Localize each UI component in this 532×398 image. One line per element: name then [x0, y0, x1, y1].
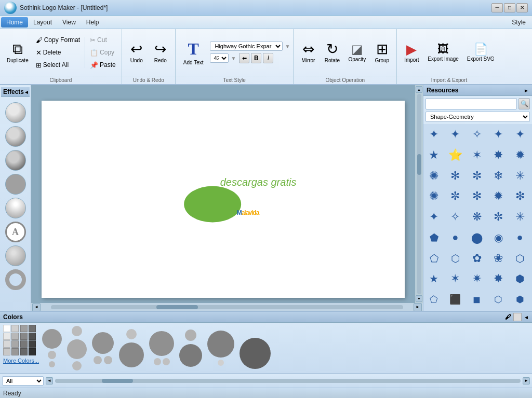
shape-star7-4[interactable]: ✸ — [489, 269, 508, 288]
menu-help[interactable]: Help — [81, 17, 104, 28]
canvas-viewport[interactable]: descargas gratis Malavida — [31, 85, 415, 303]
shape-penta3[interactable]: ⬠ — [424, 290, 443, 309]
shape-star5-5[interactable]: ✹ — [511, 146, 529, 164]
undo-button[interactable]: ↩ Undo — [125, 34, 148, 71]
color-swatch[interactable] — [20, 348, 28, 355]
color-swatch[interactable] — [29, 340, 36, 348]
resources-search-input[interactable] — [425, 98, 517, 109]
shape-gear2[interactable]: ✻ — [446, 167, 464, 185]
shape-circle2[interactable]: ⬤ — [468, 228, 486, 247]
menu-home[interactable]: Home — [1, 17, 28, 28]
opacity-button[interactable]: ◪ Opacity — [344, 34, 369, 71]
h-scroll-thumb[interactable] — [156, 305, 198, 309]
export-image-button[interactable]: 🖼 Export Image — [424, 34, 462, 71]
italic-button[interactable]: I — [263, 53, 273, 63]
shape-spiky3[interactable]: ❋ — [468, 208, 486, 226]
color-swatch[interactable] — [29, 348, 36, 355]
font-size-select[interactable]: 42 — [210, 53, 229, 63]
dot-4-b[interactable] — [119, 342, 144, 367]
shape-sun4[interactable]: ✹ — [489, 187, 508, 205]
shape-hex2[interactable]: ⬢ — [511, 269, 529, 288]
effect-light[interactable] — [5, 198, 26, 218]
shape-gear1[interactable]: ✺ — [424, 167, 443, 185]
import-button[interactable]: ▶ Import — [400, 34, 423, 71]
copy-button[interactable]: 📋 Copy — [87, 47, 118, 58]
shape-star7-1[interactable]: ★ — [424, 269, 443, 288]
shape-gear3[interactable]: ✼ — [468, 167, 486, 185]
horizontal-scrollbar[interactable]: ◄ ► — [31, 303, 423, 311]
effect-ring[interactable] — [5, 269, 26, 290]
dot-7-large[interactable] — [207, 331, 234, 358]
shape-star5-3[interactable]: ✶ — [468, 146, 486, 164]
duplicate-button[interactable]: ⧉ Duplicate — [3, 34, 32, 71]
color-scroll-thumb[interactable] — [102, 379, 133, 383]
effect-flat[interactable] — [5, 174, 26, 195]
color-swatch[interactable] — [3, 333, 10, 340]
scroll-right-button[interactable]: ► — [414, 303, 422, 311]
shape-star7-2[interactable]: ✶ — [446, 269, 464, 288]
shape-hex3[interactable]: ⬡ — [489, 290, 508, 309]
shape-star6-4[interactable]: ✦ — [489, 125, 508, 144]
bold-button[interactable]: B — [251, 53, 261, 63]
resources-collapse-button[interactable]: ► — [524, 88, 529, 93]
effect-circle[interactable] — [5, 126, 26, 147]
scroll-left-button[interactable]: ◄ — [32, 303, 41, 311]
cut-button[interactable]: ✂ Cut — [87, 35, 118, 46]
mirror-button[interactable]: ⇔ Mirror — [297, 34, 320, 71]
add-text-button[interactable]: T Add Text — [179, 34, 208, 71]
select-all-button[interactable]: ⊞ Select All — [33, 60, 83, 71]
color-swatch-button[interactable] — [513, 313, 522, 321]
shape-sun3[interactable]: ✻ — [468, 187, 486, 205]
effect-shadow[interactable] — [5, 102, 26, 123]
paste-button[interactable]: 📌 Paste — [87, 60, 118, 71]
shape-circle4[interactable]: ● — [511, 228, 529, 247]
dot-1-tiny[interactable] — [49, 361, 55, 367]
shape-spiky5[interactable]: ✳ — [511, 208, 529, 226]
resources-search-button[interactable]: 🔍 — [518, 98, 530, 109]
shape-star5-1[interactable]: ★ — [424, 146, 443, 164]
color-scroll-right-button[interactable]: ► — [523, 377, 530, 385]
scroll-down-button[interactable]: ▼ — [416, 295, 422, 302]
more-colors-link[interactable]: More Colors... — [3, 358, 39, 364]
dot-5-a[interactable] — [154, 358, 161, 365]
shape-circle1[interactable]: ● — [446, 228, 464, 247]
dot-2-a[interactable] — [72, 326, 82, 336]
dot-6-a[interactable] — [185, 330, 196, 341]
dot-1-large[interactable] — [42, 329, 62, 349]
color-swatch[interactable] — [29, 333, 36, 340]
export-svg-button[interactable]: 📄 Export SVG — [463, 34, 498, 71]
shape-flower2[interactable]: ❀ — [489, 249, 508, 268]
shape-gear4[interactable]: ❄ — [489, 167, 508, 185]
color-swatch[interactable] — [11, 333, 19, 340]
color-swatch[interactable] — [11, 348, 19, 355]
shape-star6-2[interactable]: ✦ — [446, 125, 464, 144]
color-swatch[interactable] — [11, 325, 19, 332]
color-swatch[interactable] — [20, 325, 28, 332]
maximize-button[interactable]: □ — [504, 3, 515, 12]
shape-star6-5[interactable]: ✦ — [511, 125, 529, 144]
shape-penta2[interactable]: ⬡ — [446, 249, 464, 268]
shape-star7-3[interactable]: ✷ — [468, 269, 486, 288]
shape-asterisk1[interactable]: ✳ — [511, 167, 529, 185]
dot-4-a[interactable] — [126, 329, 137, 339]
effect-outline[interactable]: A — [5, 222, 26, 242]
menu-layout[interactable]: Layout — [28, 17, 57, 28]
color-scroll-left-button[interactable]: ◄ — [46, 377, 53, 385]
vertical-scrollbar[interactable]: ▲ ▼ — [415, 85, 423, 303]
shape-star6-3[interactable]: ✧ — [468, 125, 486, 144]
shape-penta1[interactable]: ⬠ — [424, 249, 443, 268]
dot-5-b[interactable] — [163, 358, 170, 365]
color-swatch[interactable] — [3, 340, 10, 348]
color-swatch[interactable] — [3, 348, 10, 355]
dot-3-a[interactable] — [94, 356, 102, 364]
shape-star5-4[interactable]: ✸ — [489, 146, 508, 164]
delete-button[interactable]: ✕ Delete — [33, 47, 83, 58]
effect-gradient[interactable] — [5, 245, 26, 266]
redo-button[interactable]: ↪ Redo — [149, 34, 172, 71]
color-swatch[interactable] — [3, 325, 10, 332]
shape-hex1[interactable]: ⬡ — [511, 249, 529, 268]
font-select[interactable]: Highway Gothic Expar — [210, 42, 283, 51]
minimize-button[interactable]: ─ — [491, 3, 503, 12]
rotate-button[interactable]: ↻ Rotate — [321, 34, 343, 71]
dot-8-large[interactable] — [240, 338, 271, 369]
